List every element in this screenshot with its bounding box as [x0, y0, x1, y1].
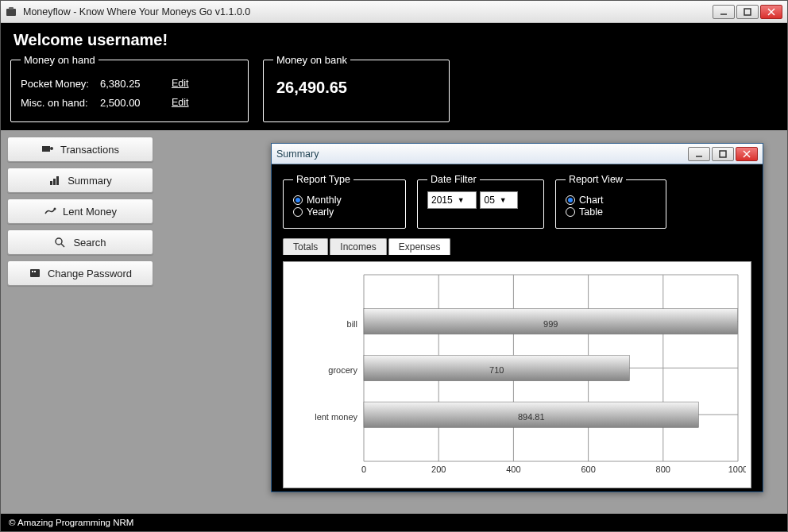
misc-on-hand-edit-link[interactable]: Edit [172, 97, 189, 108]
tab-totals[interactable]: Totals [283, 238, 328, 255]
sidebar-item-label: Search [73, 237, 106, 249]
footer-text: © Amazing Programming NRM [9, 518, 133, 527]
sidebar-item-label: Change Password [48, 268, 132, 279]
sidebar-item-label: Lent Money [63, 206, 117, 218]
date-filter-group: Date Filter 2015▼ 05▼ [417, 174, 544, 229]
report-type-legend: Report Type [293, 174, 353, 185]
sidebar-item-lent-money[interactable]: Lent Money [7, 199, 153, 224]
window-title: Moneyflow - Know Where Your Moneys Go v1… [23, 6, 713, 17]
svg-text:lent money: lent money [315, 412, 357, 422]
date-filter-legend: Date Filter [427, 174, 480, 185]
pocket-money-edit-link[interactable]: Edit [172, 78, 189, 89]
sidebar-item-search[interactable]: Search [7, 229, 153, 255]
summary-close-button[interactable] [736, 147, 758, 161]
summary-icon [48, 175, 61, 186]
svg-rect-0 [6, 9, 16, 16]
report-view-group: Report View Chart Table [555, 174, 666, 229]
welcome-heading: Welcome username! [1, 23, 787, 54]
summary-tabs: Totals Incomes Expenses [283, 238, 751, 255]
svg-text:400: 400 [506, 465, 520, 474]
client-area: Welcome username! Money on hand Pocket M… [1, 23, 787, 531]
misc-on-hand-value: 2,500.00 [100, 97, 172, 109]
report-type-yearly-radio[interactable]: Yearly [293, 206, 334, 218]
svg-text:894.81: 894.81 [518, 412, 545, 422]
money-on-bank-legend: Money on bank [273, 54, 350, 66]
sidebar: Transactions Summary Lent Money Search C… [1, 130, 160, 514]
chevron-down-icon: ▼ [500, 196, 507, 204]
money-on-bank-value: 26,490.65 [273, 74, 439, 102]
maximize-button[interactable] [736, 5, 759, 19]
money-on-bank-panel: Money on bank 26,490.65 [263, 54, 450, 122]
svg-point-11 [54, 208, 56, 210]
svg-point-7 [50, 147, 53, 150]
svg-rect-8 [50, 181, 52, 185]
titlebar[interactable]: Moneyflow - Know Where Your Moneys Go v1… [1, 1, 787, 23]
summary-window-title: Summary [276, 148, 688, 160]
chart-area: 02004006008001000bill999grocery710lent m… [283, 261, 751, 488]
sidebar-item-label: Summary [68, 175, 112, 187]
money-on-hand-panel: Money on hand Pocket Money: 6,380.25 Edi… [10, 54, 249, 122]
svg-text:800: 800 [656, 465, 670, 474]
report-type-group: Report Type Monthly Yearly [283, 174, 406, 229]
month-combobox[interactable]: 05▼ [480, 191, 518, 209]
workarea: Summary Report Type Monthly Ye [160, 130, 787, 514]
summary-maximize-button[interactable] [712, 147, 734, 161]
app-icon [6, 6, 18, 17]
search-icon [54, 237, 67, 248]
sidebar-item-summary[interactable]: Summary [7, 168, 153, 193]
misc-on-hand-label: Misc. on hand: [21, 97, 100, 109]
expenses-bar-chart: 02004006008001000bill999grocery710lent m… [288, 267, 746, 483]
svg-text:grocery: grocery [328, 365, 357, 375]
chevron-down-icon: ▼ [458, 196, 465, 204]
lent-money-icon [44, 206, 56, 217]
transactions-icon [41, 144, 54, 155]
report-view-table-radio[interactable]: Table [566, 206, 603, 218]
svg-rect-3 [744, 9, 751, 15]
summary-window: Summary Report Type Monthly Ye [271, 143, 763, 492]
password-icon [29, 268, 41, 279]
sidebar-item-change-password[interactable]: Change Password [7, 260, 153, 286]
svg-text:1000: 1000 [728, 465, 746, 474]
summary-titlebar[interactable]: Summary [272, 144, 763, 164]
year-combobox[interactable]: 2015▼ [427, 191, 477, 209]
report-view-chart-radio[interactable]: Chart [566, 195, 604, 206]
tab-incomes[interactable]: Incomes [330, 238, 386, 255]
svg-point-12 [56, 238, 62, 245]
svg-rect-18 [720, 151, 726, 157]
svg-text:0: 0 [361, 465, 366, 474]
tab-expenses[interactable]: Expenses [388, 238, 451, 255]
svg-rect-10 [56, 176, 59, 185]
svg-rect-16 [34, 271, 36, 272]
pocket-money-value: 6,380.25 [100, 78, 172, 90]
svg-rect-1 [9, 7, 14, 10]
svg-rect-6 [42, 146, 50, 152]
footer: © Amazing Programming NRM [1, 514, 787, 531]
report-view-legend: Report View [566, 174, 626, 185]
svg-rect-15 [32, 271, 33, 272]
svg-line-13 [61, 244, 64, 247]
sidebar-item-transactions[interactable]: Transactions [7, 137, 153, 162]
sidebar-item-label: Transactions [60, 144, 119, 156]
svg-text:bill: bill [347, 319, 357, 329]
minimize-button[interactable] [713, 5, 735, 19]
pocket-money-label: Pocket Money: [21, 78, 100, 90]
svg-text:999: 999 [543, 319, 558, 329]
money-on-hand-legend: Money on hand [21, 54, 98, 66]
svg-rect-9 [53, 179, 56, 185]
svg-text:600: 600 [581, 465, 595, 474]
summary-minimize-button[interactable] [688, 147, 710, 161]
svg-text:200: 200 [431, 465, 446, 474]
svg-text:710: 710 [489, 365, 504, 375]
svg-rect-14 [30, 269, 40, 277]
app-window: Moneyflow - Know Where Your Moneys Go v1… [0, 0, 788, 532]
report-type-monthly-radio[interactable]: Monthly [293, 195, 342, 206]
close-button[interactable] [760, 5, 782, 19]
